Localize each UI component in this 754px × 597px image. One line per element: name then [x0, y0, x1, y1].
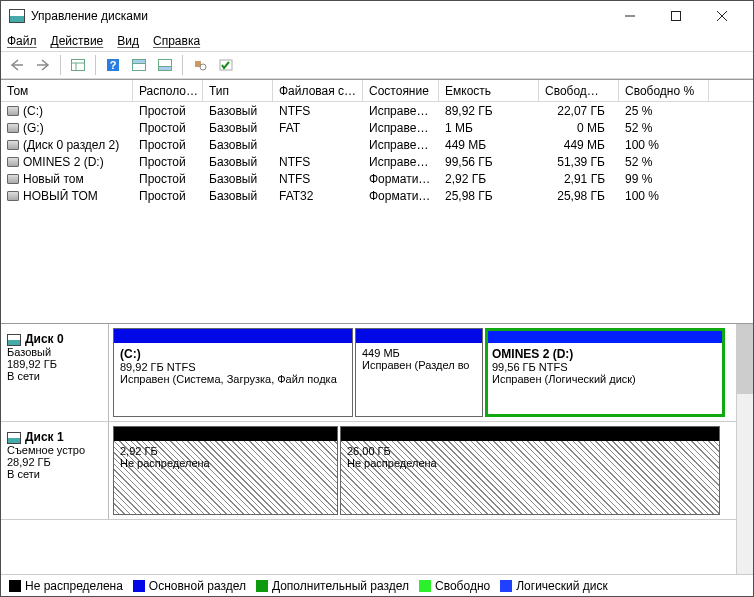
list-header: Том Располо… Тип Файловая с… Состояние Е…	[1, 80, 753, 102]
toolbar-separator	[182, 55, 183, 75]
col-free[interactable]: Свобод…	[539, 80, 619, 101]
view-panes-button[interactable]	[66, 54, 90, 76]
col-layout[interactable]: Располо…	[133, 80, 203, 101]
cell-layout: Простой	[133, 172, 203, 186]
view-bottom-button[interactable]	[153, 54, 177, 76]
scrollbar-thumb[interactable]	[737, 324, 753, 394]
disk-parts: 2,92 ГБНе распределена26,00 ГБНе распред…	[109, 422, 736, 519]
disk-size: 189,92 ГБ	[7, 358, 102, 370]
legend-item: Логический диск	[500, 579, 608, 593]
partition[interactable]: 26,00 ГБНе распределена	[340, 426, 720, 515]
cell-layout: Простой	[133, 189, 203, 203]
partition-status: Исправен (Логический диск)	[492, 373, 718, 385]
settings-button[interactable]	[188, 54, 212, 76]
cell-freepct: 100 %	[619, 189, 709, 203]
legend-item: Не распределена	[9, 579, 123, 593]
partition-status: Исправен (Раздел во	[362, 359, 476, 371]
legend-item: Дополнительный раздел	[256, 579, 409, 593]
disk-icon	[7, 334, 21, 346]
volume-name: (C:)	[23, 104, 43, 118]
legend: Не распределенаОсновной разделДополнител…	[1, 574, 753, 596]
menu-view[interactable]: Вид	[117, 34, 139, 48]
table-row[interactable]: НОВЫЙ ТОМПростойБазовыйFAT32Формати…25,9…	[1, 187, 753, 204]
volume-list[interactable]: Том Располо… Тип Файловая с… Состояние Е…	[1, 80, 753, 324]
partition-size: 449 МБ	[362, 347, 476, 359]
partition-status: Исправен (Система, Загрузка, Файл подка	[120, 373, 346, 385]
table-row[interactable]: (G:)ПростойБазовыйFATИсправен…1 МБ0 МБ52…	[1, 119, 753, 136]
titlebar[interactable]: Управление дисками	[1, 1, 753, 31]
cell-capacity: 99,56 ГБ	[439, 155, 539, 169]
cell-free: 22,07 ГБ	[539, 104, 619, 118]
checklist-button[interactable]	[214, 54, 238, 76]
legend-label: Основной раздел	[149, 579, 246, 593]
partition[interactable]: 449 МБИсправен (Раздел во	[355, 328, 483, 417]
cell-status: Исправен…	[363, 155, 439, 169]
cell-status: Формати…	[363, 189, 439, 203]
partition-status: Не распределена	[120, 457, 331, 469]
partition-header	[356, 329, 482, 343]
disk-info[interactable]: Диск 0Базовый189,92 ГБВ сети	[1, 324, 109, 421]
cell-type: Базовый	[203, 104, 273, 118]
close-button[interactable]	[699, 1, 745, 31]
volume-icon	[7, 140, 19, 150]
menu-help[interactable]: Справка	[153, 34, 200, 48]
disk-size: 28,92 ГБ	[7, 456, 102, 468]
partition-title: OMINES 2 (D:)	[492, 347, 718, 361]
forward-button[interactable]	[31, 54, 55, 76]
cell-status: Исправен…	[363, 104, 439, 118]
back-button[interactable]	[5, 54, 29, 76]
view-top-button[interactable]	[127, 54, 151, 76]
cell-status: Исправен…	[363, 121, 439, 135]
partition[interactable]: OMINES 2 (D:)99,56 ГБ NTFSИсправен (Логи…	[485, 328, 725, 417]
cell-free: 449 МБ	[539, 138, 619, 152]
svg-rect-1	[672, 12, 681, 21]
cell-fs: FAT32	[273, 189, 363, 203]
disk-title: Диск 0	[25, 332, 64, 346]
minimize-button[interactable]	[607, 1, 653, 31]
disk-row: Диск 1Съемное устро28,92 ГБВ сети2,92 ГБ…	[1, 422, 736, 520]
cell-layout: Простой	[133, 155, 203, 169]
partition-header	[341, 427, 719, 441]
table-row[interactable]: (Диск 0 раздел 2)ПростойБазовыйИсправен……	[1, 136, 753, 153]
col-status[interactable]: Состояние	[363, 80, 439, 101]
toolbar: ?	[1, 51, 753, 79]
disk-title: Диск 1	[25, 430, 64, 444]
disk-status: В сети	[7, 370, 102, 382]
volume-name: OMINES 2 (D:)	[23, 155, 104, 169]
table-row[interactable]: (C:)ПростойБазовыйNTFSИсправен…89,92 ГБ2…	[1, 102, 753, 119]
menu-action[interactable]: Действие	[51, 34, 104, 48]
legend-item: Свободно	[419, 579, 490, 593]
disk-type: Съемное устро	[7, 444, 102, 456]
cell-layout: Простой	[133, 138, 203, 152]
col-type[interactable]: Тип	[203, 80, 273, 101]
col-capacity[interactable]: Емкость	[439, 80, 539, 101]
maximize-button[interactable]	[653, 1, 699, 31]
cell-capacity: 89,92 ГБ	[439, 104, 539, 118]
table-row[interactable]: OMINES 2 (D:)ПростойБазовыйNTFSИсправен……	[1, 153, 753, 170]
cell-status: Исправен…	[363, 138, 439, 152]
cell-fs: NTFS	[273, 104, 363, 118]
table-row[interactable]: Новый томПростойБазовыйNTFSФормати…2,92 …	[1, 170, 753, 187]
scrollbar[interactable]	[736, 324, 753, 574]
col-volume[interactable]: Том	[1, 80, 133, 101]
main-content: Том Располо… Тип Файловая с… Состояние Е…	[1, 79, 753, 596]
svg-rect-14	[159, 67, 172, 71]
disk-parts: (C:)89,92 ГБ NTFSИсправен (Система, Загр…	[109, 324, 736, 421]
menu-file[interactable]: Файл	[7, 34, 37, 48]
partition[interactable]: (C:)89,92 ГБ NTFSИсправен (Система, Загр…	[113, 328, 353, 417]
legend-label: Свободно	[435, 579, 490, 593]
svg-rect-12	[133, 60, 146, 64]
cell-freepct: 100 %	[619, 138, 709, 152]
cell-fs: NTFS	[273, 155, 363, 169]
partition-body: 26,00 ГБНе распределена	[341, 441, 719, 514]
legend-label: Логический диск	[516, 579, 608, 593]
app-icon	[9, 9, 25, 23]
partition[interactable]: 2,92 ГБНе распределена	[113, 426, 338, 515]
toolbar-separator	[60, 55, 61, 75]
partition-header	[486, 329, 724, 343]
col-freepct[interactable]: Свободно %	[619, 80, 709, 101]
window-buttons	[607, 1, 745, 31]
col-fs[interactable]: Файловая с…	[273, 80, 363, 101]
help-button[interactable]: ?	[101, 54, 125, 76]
disk-info[interactable]: Диск 1Съемное устро28,92 ГБВ сети	[1, 422, 109, 519]
